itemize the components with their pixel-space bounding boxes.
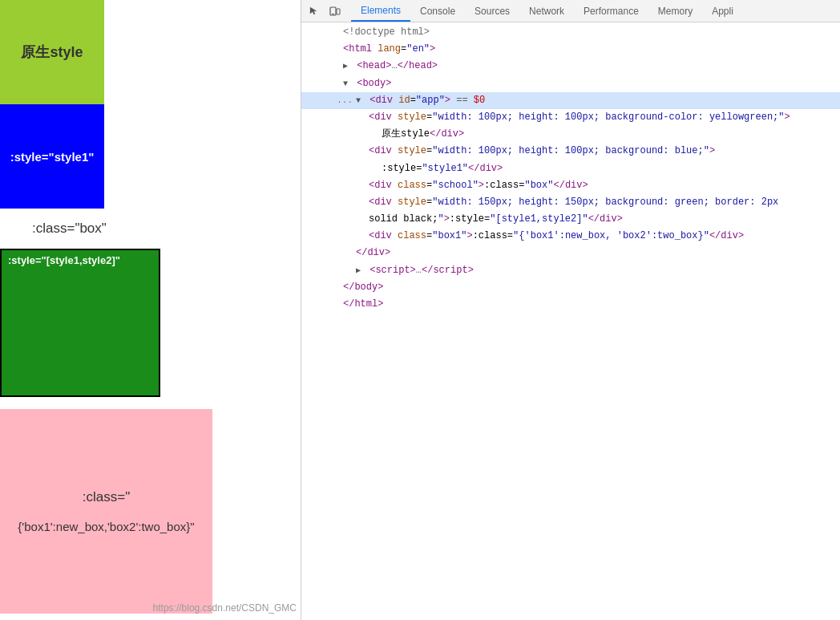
device-icon[interactable] — [325, 2, 345, 21]
devtools-tabs: ElementsConsoleSourcesNetworkPerformance… — [351, 0, 743, 22]
dom-line-content: 原生style</div> — [382, 127, 837, 142]
dom-line[interactable]: ▶ <head>…</head> — [301, 58, 840, 75]
tab-sources[interactable]: Sources — [465, 0, 519, 22]
dom-line-content: </html> — [343, 297, 837, 312]
dom-line[interactable]: solid black;">:style="[style1,style2]"</… — [301, 211, 840, 228]
tab-performance[interactable]: Performance — [574, 0, 648, 22]
tab-appli[interactable]: Appli — [702, 0, 743, 22]
dom-line-content: <!doctype html> — [343, 25, 837, 40]
devtools-content[interactable]: <!doctype html><html lang="en">▶ <head>…… — [301, 22, 840, 620]
dom-line[interactable]: </body> — [301, 279, 840, 296]
left-panel: 原生style :style="style1" :class="box" :st… — [0, 0, 301, 620]
box-green-label: :style="[style1,style2]" — [8, 254, 120, 266]
dom-line-content: <div class="box1">:class="{'box1':new_bo… — [369, 229, 837, 244]
dom-line[interactable]: </html> — [301, 296, 840, 313]
devtools-panel: ElementsConsoleSourcesNetworkPerformance… — [301, 0, 840, 620]
dom-line-content: ▶ <script>…</script> — [356, 263, 837, 278]
dom-line-content: :style="style1"</div> — [382, 161, 837, 176]
cursor-icon[interactable] — [305, 2, 324, 21]
dom-line-content: <div class="school">:class="box"</div> — [369, 178, 837, 193]
dom-line[interactable]: <div style="width: 100px; height: 100px;… — [301, 143, 840, 160]
dom-line-content: </body> — [343, 280, 837, 295]
box-pink: :class=" {'box1':new_box,'box2':two_box}… — [0, 409, 212, 614]
dom-line[interactable]: <html lang="en"> — [301, 41, 840, 58]
tab-elements[interactable]: Elements — [351, 0, 410, 22]
dom-line-gutter: ... — [333, 94, 356, 108]
dom-line[interactable]: ▶ <script>…</script> — [301, 262, 840, 279]
box-blue-label: :style="style1" — [10, 150, 95, 164]
dom-line-content: solid black;">:style="[style1,style2]"</… — [369, 212, 837, 227]
box-yellowgreen-label: 原生style — [21, 43, 83, 62]
toolbar-icons — [305, 2, 345, 21]
dom-line[interactable]: </div> — [301, 245, 840, 261]
dom-line-content: </div> — [356, 245, 837, 261]
dom-line[interactable]: <!doctype html> — [301, 24, 840, 41]
dom-line[interactable]: <div style="width: 150px; height: 150px;… — [301, 194, 840, 211]
svg-rect-1 — [337, 9, 340, 14]
dom-line[interactable]: <div style="width: 100px; height: 100px;… — [301, 109, 840, 126]
dom-line[interactable]: 原生style</div> — [301, 126, 840, 143]
dom-line[interactable]: ...▼ <div id="app"> == $0 — [301, 92, 840, 109]
tab-network[interactable]: Network — [519, 0, 574, 22]
dom-line-content: <div style="width: 100px; height: 100px;… — [369, 144, 837, 159]
devtools-toolbar: ElementsConsoleSourcesNetworkPerformance… — [301, 0, 840, 22]
box-green: :style="[style1,style2]" — [0, 249, 160, 397]
box-blue: :style="style1" — [0, 104, 104, 209]
dom-line-content: <html lang="en"> — [343, 42, 837, 57]
dom-line[interactable]: <div class="school">:class="box"</div> — [301, 177, 840, 194]
dom-line-content: <div style="width: 100px; height: 100px;… — [369, 110, 837, 125]
box-pink-line2: {'box1':new_box,'box2':two_box}" — [18, 520, 194, 533]
tab-console[interactable]: Console — [410, 0, 465, 22]
box-yellowgreen: 原生style — [0, 0, 104, 104]
dom-line[interactable]: <div class="box1">:class="{'box1':new_bo… — [301, 228, 840, 245]
tab-memory[interactable]: Memory — [648, 0, 702, 22]
box-pink-line1: :class=" — [83, 489, 130, 505]
dom-line-content: ▼ <div id="app"> == $0 — [356, 93, 837, 108]
dom-line[interactable]: ▼ <body> — [301, 75, 840, 92]
dom-line-content: <div style="width: 150px; height: 150px;… — [369, 195, 837, 210]
dom-line-content: ▼ <body> — [343, 76, 837, 91]
dom-line[interactable]: :style="style1"</div> — [301, 160, 840, 177]
label-class-box: :class="box" — [32, 221, 107, 237]
dom-line-content: ▶ <head>…</head> — [343, 59, 837, 74]
watermark: https://blog.csdn.net/CSDN_GMC — [153, 602, 297, 614]
